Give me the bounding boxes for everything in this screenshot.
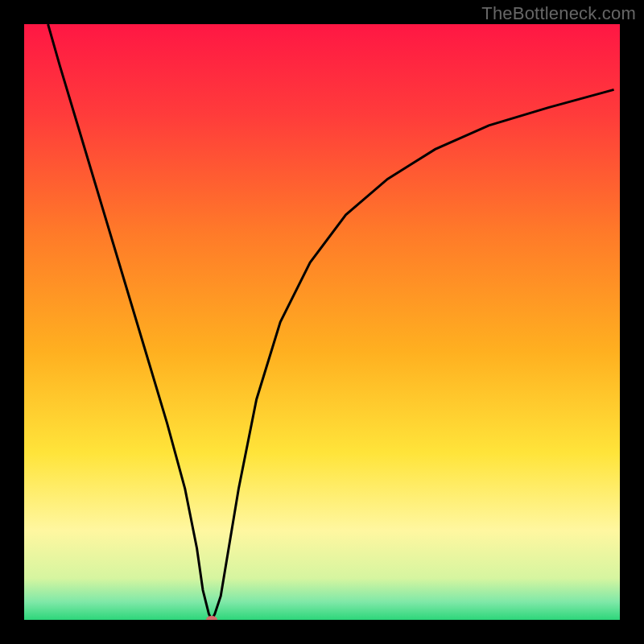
bottleneck-curve <box>48 24 614 620</box>
watermark-text: TheBottleneck.com <box>481 3 636 24</box>
curve-layer <box>24 24 620 620</box>
optimal-point-marker <box>206 616 217 620</box>
chart-frame: TheBottleneck.com <box>0 0 644 644</box>
plot-area <box>24 24 620 620</box>
